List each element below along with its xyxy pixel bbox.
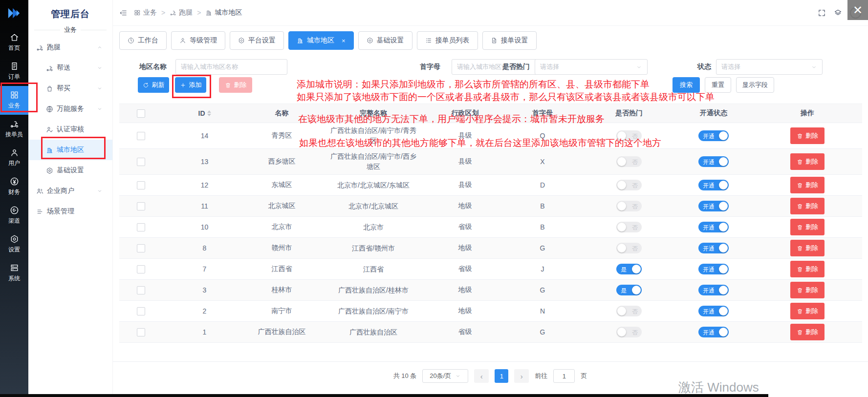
row-delete-button[interactable]: 删除 — [790, 282, 825, 298]
hot-toggle[interactable]: 否 — [616, 327, 642, 337]
sidebar-item-renzheng[interactable]: 认证审核 — [28, 119, 112, 140]
show-fields-button[interactable]: 显示字段 — [736, 77, 774, 93]
row-checkbox[interactable] — [137, 244, 145, 252]
rail-item-channel[interactable]: 渠道 — [0, 201, 28, 230]
sidebar-item-base-setting[interactable]: 基础设置 — [28, 160, 112, 181]
row-checkbox[interactable] — [137, 132, 145, 140]
breadcrumb-item-city-region[interactable]: 城市地区 — [205, 8, 242, 17]
row-checkbox[interactable] — [137, 286, 145, 294]
sidebar-item-bangsong[interactable]: 帮送 — [28, 58, 112, 78]
refresh-icon — [143, 82, 149, 88]
goto-page-input[interactable]: 1 — [553, 369, 575, 383]
layers-icon[interactable] — [834, 9, 842, 17]
open-status-toggle[interactable]: 开通 — [698, 243, 729, 253]
sort-caret-icon[interactable] — [207, 110, 211, 116]
tab-platform-set[interactable]: 平台设置 — [230, 31, 284, 50]
chevron-up-icon[interactable] — [97, 44, 103, 50]
prev-page-button[interactable]: ‹ — [474, 369, 489, 383]
hot-toggle[interactable]: 否 — [616, 201, 642, 211]
select-all-checkbox[interactable] — [137, 109, 145, 118]
tab-base-setting[interactable]: 基础设置 — [358, 31, 412, 50]
toggle-knob — [719, 157, 728, 166]
fullscreen-icon[interactable] — [818, 9, 826, 17]
row-delete-button[interactable]: 删除 — [790, 198, 825, 214]
row-delete-button[interactable]: 删除 — [790, 240, 825, 256]
delete-label: 删除 — [805, 202, 818, 210]
toggle-knob — [617, 202, 626, 210]
rail-item-system[interactable]: 系统 — [0, 259, 28, 288]
hot-toggle[interactable]: 否 — [616, 222, 642, 232]
row-delete-button[interactable]: 删除 — [790, 153, 825, 170]
sidebar-item-wanneng[interactable]: 万能服务 — [28, 99, 112, 119]
open-status-toggle[interactable]: 开通 — [698, 306, 729, 316]
breadcrumb-item-paotui[interactable]: 跑腿 — [170, 8, 193, 17]
open-status-toggle[interactable]: 开通 — [698, 222, 729, 232]
open-status-toggle[interactable]: 开通 — [698, 285, 729, 295]
breadcrumb-item-business[interactable]: 业务 — [134, 8, 157, 17]
rail-item-finance[interactable]: 财务 — [0, 172, 28, 201]
current-page-button[interactable]: 1 — [495, 369, 508, 383]
hot-toggle[interactable]: 否 — [616, 156, 642, 167]
collapse-sidebar-icon[interactable] — [119, 9, 128, 17]
page-size-select[interactable]: 20条/页 — [422, 369, 468, 383]
open-status-toggle[interactable]: 开通 — [698, 130, 729, 141]
open-status-toggle[interactable]: 开通 — [698, 156, 729, 167]
hot-toggle[interactable]: 否 — [616, 180, 642, 190]
tab-level-mgmt[interactable]: 等级管理 — [171, 31, 225, 50]
hot-toggle[interactable]: 否 — [616, 130, 642, 141]
hot-toggle[interactable]: 否 — [616, 306, 642, 316]
chevron-down-icon[interactable] — [97, 65, 103, 71]
row-checkbox[interactable] — [137, 307, 145, 315]
rail-item-business[interactable]: 业务 — [0, 86, 28, 115]
tab-workbench[interactable]: 工作台 — [119, 31, 167, 50]
next-page-button[interactable]: › — [514, 369, 529, 383]
row-delete-button[interactable]: 删除 — [790, 127, 825, 144]
tab-close-icon[interactable]: × — [342, 37, 346, 44]
sidebar-item-paotui[interactable]: 跑腿 — [28, 37, 112, 58]
add-button[interactable]: 添加 — [175, 77, 206, 93]
search-button[interactable]: 搜索 — [673, 77, 700, 93]
close-overlay-button[interactable]: ✕ — [847, 0, 868, 20]
rail-item-settings[interactable]: 设置 — [0, 230, 28, 259]
chevron-down-icon[interactable] — [97, 106, 103, 112]
open-status-toggle[interactable]: 开通 — [698, 201, 729, 211]
open-status-toggle[interactable]: 开通 — [698, 180, 729, 190]
rail-item-order[interactable]: 订单 — [0, 57, 28, 86]
chevron-down-icon[interactable] — [97, 85, 103, 91]
tab-order-set[interactable]: 接单设置 — [482, 31, 537, 50]
sidebar-item-scene[interactable]: 场景管理 — [28, 201, 112, 222]
hot-toggle[interactable]: 是 — [616, 285, 642, 295]
row-checkbox[interactable] — [137, 202, 145, 210]
region-name-input[interactable]: 请输入城市地区名称 — [175, 59, 287, 75]
rail-item-courier[interactable]: 接单员 — [0, 115, 28, 144]
refresh-button[interactable]: 刷新 — [138, 77, 169, 93]
rail-item-user[interactable]: 用户 — [0, 144, 28, 172]
sidebar-item-bangmai[interactable]: 帮买 — [28, 78, 112, 99]
row-delete-button[interactable]: 删除 — [790, 177, 825, 193]
row-delete-button[interactable]: 删除 — [790, 261, 825, 277]
chevron-down-icon[interactable] — [97, 188, 103, 194]
app-logo[interactable] — [6, 6, 22, 21]
hot-toggle[interactable]: 否 — [616, 243, 642, 253]
hot-toggle[interactable]: 是 — [616, 264, 642, 274]
row-delete-button[interactable]: 删除 — [790, 324, 825, 340]
tab-courier-list[interactable]: 接单员列表 — [417, 31, 478, 50]
hot-select[interactable]: 请选择 — [535, 59, 648, 75]
status-select[interactable]: 请选择 — [716, 59, 823, 75]
col-header-id[interactable]: ID — [162, 104, 247, 123]
sidebar-item-city-region[interactable]: 城市地区 — [28, 140, 112, 160]
open-status-toggle[interactable]: 开通 — [698, 327, 729, 337]
reset-button[interactable]: 重置 — [705, 77, 731, 93]
row-checkbox[interactable] — [137, 265, 145, 273]
row-delete-button[interactable]: 删除 — [790, 303, 825, 319]
row-checkbox[interactable] — [137, 223, 145, 231]
open-status-toggle[interactable]: 开通 — [698, 264, 729, 274]
row-checkbox[interactable] — [137, 328, 145, 336]
row-checkbox[interactable] — [137, 181, 145, 189]
row-checkbox[interactable] — [137, 158, 145, 166]
delete-button[interactable]: 删除 — [219, 77, 252, 93]
row-delete-button[interactable]: 删除 — [790, 219, 825, 235]
rail-item-home[interactable]: 首页 — [0, 28, 28, 57]
tab-city-region[interactable]: 城市地区× — [288, 31, 354, 50]
sidebar-item-enterprise[interactable]: 企业商户 — [28, 181, 112, 201]
